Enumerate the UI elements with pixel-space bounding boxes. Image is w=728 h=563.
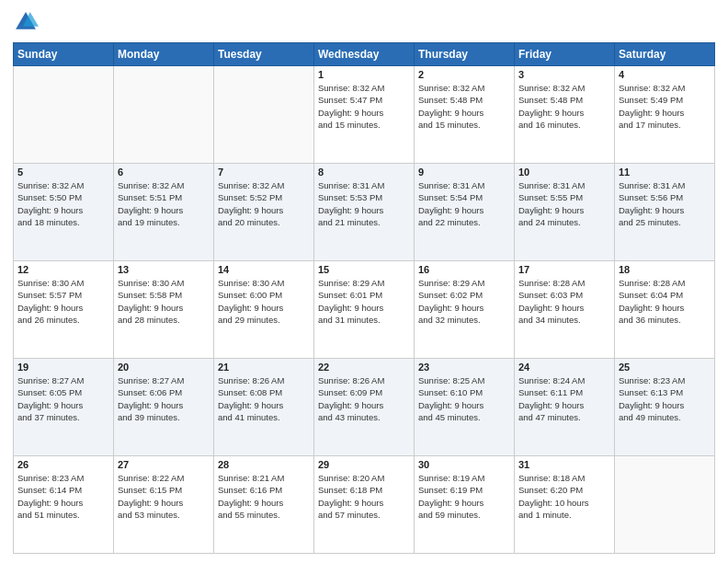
calendar-cell: 9Sunrise: 8:31 AM Sunset: 5:54 PM Daylig… [415,164,515,261]
day-info: Sunrise: 8:26 AM Sunset: 6:08 PM Dayligh… [218,374,310,423]
weekday-header: Sunday [14,43,114,66]
day-number: 19 [17,362,109,373]
day-info: Sunrise: 8:31 AM Sunset: 5:54 PM Dayligh… [418,179,510,228]
calendar-cell: 26Sunrise: 8:23 AM Sunset: 6:14 PM Dayli… [14,456,114,554]
day-info: Sunrise: 8:32 AM Sunset: 5:48 PM Dayligh… [418,82,510,131]
day-number: 2 [418,69,510,80]
weekday-header: Monday [114,43,214,66]
calendar-cell: 3Sunrise: 8:32 AM Sunset: 5:48 PM Daylig… [515,66,615,164]
weekday-header: Wednesday [314,43,415,66]
weekday-header-row: SundayMondayTuesdayWednesdayThursdayFrid… [14,43,715,66]
calendar-cell: 27Sunrise: 8:22 AM Sunset: 6:15 PM Dayli… [114,456,214,554]
day-info: Sunrise: 8:29 AM Sunset: 6:02 PM Dayligh… [418,277,510,326]
day-info: Sunrise: 8:30 AM Sunset: 5:58 PM Dayligh… [118,277,210,326]
day-number: 8 [318,167,410,178]
calendar-cell: 31Sunrise: 8:18 AM Sunset: 6:20 PM Dayli… [515,456,615,554]
day-number: 25 [619,362,711,373]
calendar-cell [615,456,715,554]
day-info: Sunrise: 8:32 AM Sunset: 5:49 PM Dayligh… [619,82,711,131]
day-number: 5 [17,167,109,178]
calendar-cell: 19Sunrise: 8:27 AM Sunset: 6:05 PM Dayli… [14,359,114,456]
calendar-cell: 16Sunrise: 8:29 AM Sunset: 6:02 PM Dayli… [415,261,515,359]
day-info: Sunrise: 8:32 AM Sunset: 5:48 PM Dayligh… [518,82,610,131]
day-number: 27 [118,459,210,470]
page: SundayMondayTuesdayWednesdayThursdayFrid… [0,0,728,563]
day-number: 10 [518,167,610,178]
calendar-cell: 23Sunrise: 8:25 AM Sunset: 6:10 PM Dayli… [415,359,515,456]
day-info: Sunrise: 8:23 AM Sunset: 6:13 PM Dayligh… [619,374,711,423]
day-number: 13 [118,264,210,275]
weekday-header: Tuesday [214,43,314,66]
weekday-header: Thursday [415,43,515,66]
day-number: 6 [118,167,210,178]
calendar-cell: 30Sunrise: 8:19 AM Sunset: 6:19 PM Dayli… [415,456,515,554]
day-info: Sunrise: 8:31 AM Sunset: 5:56 PM Dayligh… [619,179,711,228]
day-info: Sunrise: 8:31 AM Sunset: 5:55 PM Dayligh… [518,179,610,228]
weekday-header: Friday [515,43,615,66]
logo [13,9,42,35]
calendar-cell: 1Sunrise: 8:32 AM Sunset: 5:47 PM Daylig… [314,66,415,164]
calendar-cell: 25Sunrise: 8:23 AM Sunset: 6:13 PM Dayli… [615,359,715,456]
calendar-cell: 8Sunrise: 8:31 AM Sunset: 5:53 PM Daylig… [314,164,415,261]
calendar-cell: 18Sunrise: 8:28 AM Sunset: 6:04 PM Dayli… [615,261,715,359]
calendar-cell: 22Sunrise: 8:26 AM Sunset: 6:09 PM Dayli… [314,359,415,456]
calendar-table: SundayMondayTuesdayWednesdayThursdayFrid… [13,42,715,554]
day-number: 16 [418,264,510,275]
calendar-cell: 7Sunrise: 8:32 AM Sunset: 5:52 PM Daylig… [214,164,314,261]
calendar-cell: 28Sunrise: 8:21 AM Sunset: 6:16 PM Dayli… [214,456,314,554]
day-number: 11 [619,167,711,178]
day-number: 17 [518,264,610,275]
day-number: 20 [118,362,210,373]
day-info: Sunrise: 8:25 AM Sunset: 6:10 PM Dayligh… [418,374,510,423]
day-info: Sunrise: 8:27 AM Sunset: 6:05 PM Dayligh… [17,374,109,423]
calendar-cell: 17Sunrise: 8:28 AM Sunset: 6:03 PM Dayli… [515,261,615,359]
calendar-cell [214,66,314,164]
day-number: 28 [218,459,310,470]
day-info: Sunrise: 8:21 AM Sunset: 6:16 PM Dayligh… [218,472,310,521]
calendar-cell: 12Sunrise: 8:30 AM Sunset: 5:57 PM Dayli… [14,261,114,359]
calendar-cell: 4Sunrise: 8:32 AM Sunset: 5:49 PM Daylig… [615,66,715,164]
day-number: 22 [318,362,410,373]
day-number: 18 [619,264,711,275]
calendar-week-row: 5Sunrise: 8:32 AM Sunset: 5:50 PM Daylig… [14,164,715,261]
calendar-week-row: 1Sunrise: 8:32 AM Sunset: 5:47 PM Daylig… [14,66,715,164]
day-number: 14 [218,264,310,275]
day-number: 23 [418,362,510,373]
day-info: Sunrise: 8:32 AM Sunset: 5:47 PM Dayligh… [318,82,410,131]
calendar-cell: 6Sunrise: 8:32 AM Sunset: 5:51 PM Daylig… [114,164,214,261]
calendar-cell: 13Sunrise: 8:30 AM Sunset: 5:58 PM Dayli… [114,261,214,359]
weekday-header: Saturday [615,43,715,66]
day-info: Sunrise: 8:28 AM Sunset: 6:03 PM Dayligh… [518,277,610,326]
calendar-week-row: 12Sunrise: 8:30 AM Sunset: 5:57 PM Dayli… [14,261,715,359]
day-number: 21 [218,362,310,373]
header [13,9,715,35]
calendar-cell: 21Sunrise: 8:26 AM Sunset: 6:08 PM Dayli… [214,359,314,456]
calendar-cell [14,66,114,164]
day-info: Sunrise: 8:20 AM Sunset: 6:18 PM Dayligh… [318,472,410,521]
day-info: Sunrise: 8:31 AM Sunset: 5:53 PM Dayligh… [318,179,410,228]
logo-icon [13,9,39,35]
day-info: Sunrise: 8:28 AM Sunset: 6:04 PM Dayligh… [619,277,711,326]
calendar-cell: 2Sunrise: 8:32 AM Sunset: 5:48 PM Daylig… [415,66,515,164]
day-number: 31 [518,459,610,470]
day-number: 4 [619,69,711,80]
calendar-cell: 5Sunrise: 8:32 AM Sunset: 5:50 PM Daylig… [14,164,114,261]
day-info: Sunrise: 8:30 AM Sunset: 5:57 PM Dayligh… [17,277,109,326]
day-info: Sunrise: 8:32 AM Sunset: 5:52 PM Dayligh… [218,179,310,228]
calendar-cell: 20Sunrise: 8:27 AM Sunset: 6:06 PM Dayli… [114,359,214,456]
calendar-cell: 24Sunrise: 8:24 AM Sunset: 6:11 PM Dayli… [515,359,615,456]
calendar-cell: 14Sunrise: 8:30 AM Sunset: 6:00 PM Dayli… [214,261,314,359]
calendar-cell [114,66,214,164]
day-number: 24 [518,362,610,373]
calendar-cell: 11Sunrise: 8:31 AM Sunset: 5:56 PM Dayli… [615,164,715,261]
calendar-week-row: 19Sunrise: 8:27 AM Sunset: 6:05 PM Dayli… [14,359,715,456]
day-number: 9 [418,167,510,178]
day-info: Sunrise: 8:32 AM Sunset: 5:51 PM Dayligh… [118,179,210,228]
day-info: Sunrise: 8:30 AM Sunset: 6:00 PM Dayligh… [218,277,310,326]
day-info: Sunrise: 8:22 AM Sunset: 6:15 PM Dayligh… [118,472,210,521]
day-info: Sunrise: 8:24 AM Sunset: 6:11 PM Dayligh… [518,374,610,423]
calendar-week-row: 26Sunrise: 8:23 AM Sunset: 6:14 PM Dayli… [14,456,715,554]
day-info: Sunrise: 8:27 AM Sunset: 6:06 PM Dayligh… [118,374,210,423]
calendar-cell: 15Sunrise: 8:29 AM Sunset: 6:01 PM Dayli… [314,261,415,359]
day-info: Sunrise: 8:23 AM Sunset: 6:14 PM Dayligh… [17,472,109,521]
